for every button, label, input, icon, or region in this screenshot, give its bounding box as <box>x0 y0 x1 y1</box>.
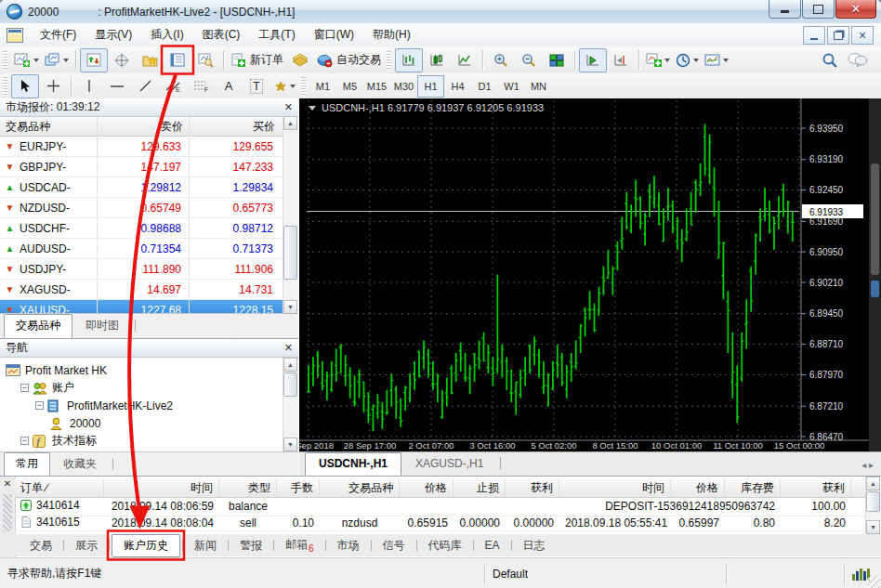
toolbar-gripper[interactable] <box>387 51 391 70</box>
window-maximize-button[interactable] <box>802 0 835 19</box>
menu-item-4[interactable]: 工具(T) <box>249 24 304 46</box>
mdi-minimize-button[interactable] <box>803 26 825 45</box>
market-watch-button[interactable] <box>80 48 108 72</box>
horizontal-line-button[interactable] <box>103 74 131 98</box>
terminal-tab-account-history[interactable]: 账户历史 <box>112 534 180 557</box>
market-watch-row-EURJPY[interactable]: ▼EURJPY-129.633129.655 <box>0 137 298 157</box>
terminal-gripper[interactable] <box>3 494 12 531</box>
terminal-tab-10[interactable]: 日志 <box>514 535 555 556</box>
market-watch-row-GBPJPY[interactable]: ▼GBPJPY-147.197147.233 <box>0 157 298 177</box>
collapse-icon[interactable]: − <box>35 401 44 410</box>
terminal-tab-9[interactable]: EA <box>476 536 509 555</box>
chart-tab-scroll-icons[interactable]: ◂ ▸ <box>861 460 874 476</box>
terminal-tab-5[interactable]: 邮箱6 <box>276 534 323 555</box>
title-bar[interactable]: 20000 : ProfitMarketHK-Live2 - [USDCNH-,… <box>0 0 881 23</box>
terminal-column-header[interactable]: 交易品种 <box>320 478 400 497</box>
timeframe-M5[interactable]: M5 <box>336 75 363 98</box>
text-label-button[interactable]: T <box>243 74 270 98</box>
resize-grip[interactable] <box>867 575 880 588</box>
terminal-column-header[interactable]: 库存费 <box>725 478 781 497</box>
mdi-close-button[interactable]: ✕ <box>851 26 874 45</box>
search-button[interactable] <box>816 48 844 72</box>
market-watch-column-header[interactable]: 买价 <box>189 119 281 135</box>
new-chart-button[interactable] <box>11 48 42 72</box>
toolbar-gripper[interactable] <box>301 77 306 96</box>
toolbar-gripper[interactable] <box>3 51 7 70</box>
trendline-button[interactable] <box>131 74 159 98</box>
text-button[interactable]: A <box>215 74 243 98</box>
channel-button[interactable]: E <box>159 74 187 98</box>
autotrade-button[interactable]: 自动交易 <box>314 48 384 72</box>
terminal-tab-3[interactable]: 新闻 <box>185 535 226 556</box>
timeframe-D1[interactable]: D1 <box>471 75 498 98</box>
collapse-icon[interactable]: − <box>20 437 29 445</box>
market-watch-close-icon[interactable]: ✕ <box>284 102 293 112</box>
terminal-column-header[interactable]: 时间 <box>104 478 219 497</box>
bar-chart-mode-button[interactable] <box>395 48 423 72</box>
timeframe-MN[interactable]: MN <box>525 75 552 98</box>
crosshair-button[interactable] <box>39 74 67 98</box>
menu-item-0[interactable]: 文件(F) <box>31 24 85 46</box>
chart-tab-1[interactable]: XAGUSD-,H1 <box>401 452 497 476</box>
status-profile[interactable]: Default <box>485 564 727 584</box>
terminal-tab-1[interactable]: 展示 <box>66 535 107 556</box>
terminal-close-icon[interactable]: ✕ <box>0 477 15 489</box>
market-watch-tab-1[interactable]: 即时图 <box>73 314 131 338</box>
periods-dropdown-icon[interactable] <box>693 59 699 62</box>
strategy-tester-button[interactable] <box>191 48 219 72</box>
cursor-button[interactable] <box>11 74 39 98</box>
scroll-up-icon[interactable]: ▲ <box>866 477 880 490</box>
menu-item-5[interactable]: 窗口(W) <box>305 24 363 46</box>
chart-window[interactable]: 27 Sep 201828 Sep 17:002 Oct 07:003 Oct … <box>299 98 881 476</box>
fibonacci-button[interactable]: F <box>187 74 215 98</box>
menu-item-1[interactable]: 显示(V) <box>85 24 141 46</box>
terminal-column-header[interactable]: 获利 <box>781 478 851 497</box>
scroll-down-icon[interactable]: ▼ <box>283 438 297 451</box>
mdi-restore-button[interactable] <box>827 26 849 45</box>
line-chart-mode-button[interactable] <box>451 48 479 72</box>
terminal-button[interactable] <box>164 48 191 72</box>
market-watch-caption[interactable]: 市场报价: 01:39:12 ✕ <box>0 98 298 117</box>
scroll-down-icon[interactable]: ▼ <box>866 520 880 534</box>
profiles-button[interactable] <box>42 48 72 72</box>
vertical-line-button[interactable] <box>75 74 103 98</box>
terminal-column-header[interactable]: 手数 <box>277 478 320 497</box>
templates-dropdown-icon[interactable] <box>723 59 729 62</box>
terminal-tab-0[interactable]: 交易 <box>20 535 61 556</box>
chart-scrollbar[interactable] <box>869 98 881 451</box>
arrows-dropdown-icon[interactable] <box>290 85 296 88</box>
scroll-up-icon[interactable]: ▲ <box>283 358 297 372</box>
timeframe-M1[interactable]: M1 <box>309 75 336 98</box>
navigator-close-icon[interactable]: ✕ <box>284 343 293 353</box>
market-watch-row-USDCHF[interactable]: ▲USDCHF-0.986880.98712 <box>0 218 298 239</box>
terminal-tab-4[interactable]: 警报 <box>230 535 271 556</box>
menu-item-3[interactable]: 图表(C) <box>193 24 250 46</box>
terminal-column-header[interactable]: 订单 ∕ <box>15 478 104 497</box>
scroll-up-icon[interactable]: ▲ <box>283 116 297 130</box>
navigator-tab-1[interactable]: 收藏夹 <box>51 452 109 477</box>
window-minimize-button[interactable] <box>769 0 801 19</box>
market-watch-row-NZDUSD[interactable]: ▼NZDUSD-0.657490.65773 <box>0 198 298 218</box>
tile-windows-button[interactable] <box>543 48 571 72</box>
nav-tree-item-2[interactable]: −ProfitMarketHK-Live2 <box>0 397 298 414</box>
timeframe-H1[interactable]: H1 <box>417 75 444 98</box>
terminal-tab-8[interactable]: 代码库 <box>419 535 471 556</box>
terminal-tab-7[interactable]: 信号 <box>374 535 414 556</box>
nav-tree-item-0[interactable]: Profit Market HK <box>0 361 298 379</box>
market-watch-row-XAGUSD[interactable]: ▼XAGUSD-14.69714.731 <box>0 280 298 300</box>
collapse-icon[interactable]: − <box>20 384 29 392</box>
market-watch-column-header[interactable]: 卖价 <box>97 119 189 135</box>
terminal-dock-strip[interactable]: ✕ <box>0 477 16 558</box>
market-watch-row-AUDUSD[interactable]: ▲AUDUSD-0.713540.71373 <box>0 239 298 259</box>
timeframe-W1[interactable]: W1 <box>498 75 525 98</box>
scroll-down-icon[interactable]: ▼ <box>283 300 297 314</box>
profiles-dropdown-icon[interactable] <box>63 59 69 62</box>
window-close-button[interactable]: ✕ <box>835 0 876 19</box>
terminal-column-header[interactable]: 止损 <box>454 478 506 497</box>
terminal-column-header[interactable]: 时间 <box>559 478 671 497</box>
terminal-scrollbar[interactable]: ▲ ▼ <box>865 477 881 534</box>
market-watch-row-USDCAD[interactable]: ▲USDCAD-1.298121.29834 <box>0 177 298 198</box>
terminal-column-header[interactable]: 获利 <box>506 478 559 497</box>
indicators-button[interactable] <box>643 48 673 72</box>
periods-button[interactable] <box>673 48 702 72</box>
